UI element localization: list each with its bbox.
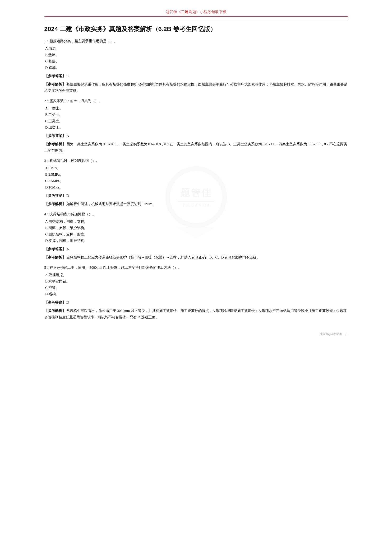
question-3-option-a: A.5MPa。 [45, 165, 348, 171]
question-2-option-a: A.一类土。 [45, 105, 348, 112]
question-5-option-a: A.浅埋暗挖。 [45, 272, 348, 278]
question-4-answer-value: A [66, 247, 69, 251]
question-5-answer: 【参考答案】 D [44, 299, 348, 306]
question-2-answer: 【参考答案】 B [44, 133, 348, 139]
question-2-analysis-text: 因为一类土坚实系数为 0.5～0.6，二类土坚实系数为 0.6～0.8，0.7 … [44, 142, 347, 152]
question-4-option-a: A.围护结构，围檩，支撑。 [45, 218, 348, 225]
question-1-option-c: C.基层。 [45, 58, 348, 65]
question-3-option-d: D.10MPa。 [45, 184, 348, 191]
question-3-analysis-label: 【参考解析】 [44, 202, 66, 206]
question-2: 2：坚实系数 0.7 的土，归类为（）。 A.一类土。 B.二类土。 C.三类土… [44, 98, 348, 154]
question-4-option-b: B.围檩，支撑，维护结构。 [45, 225, 348, 231]
question-5-option-b: B.水平定向钻。 [45, 278, 348, 285]
question-5-option-d: D.盾构。 [45, 291, 348, 297]
question-5-option-c: C.夯管。 [45, 285, 348, 291]
question-3-answer-label: 【参考答案】 [44, 194, 66, 197]
question-1-analysis-block: 【参考解析】 基层主要起承重作用，应具有足够的强度和扩散荷载的能力并具有足够的水… [44, 81, 348, 94]
page-number: 1 [346, 332, 348, 336]
question-4-option-c: C.围护结构，支撑，围檩。 [45, 231, 348, 238]
question-1: 1：根据道路分类，起主要承重作用的是（）。 A.面层。 B.垫层。 C.基层。 … [44, 38, 348, 94]
question-3-option-c: C.7.5MPa。 [45, 178, 348, 184]
header-divider [44, 19, 348, 19]
question-5-analysis-text: 从表格中可以看出，盾构适用于 3000mm 以上管径，且具有施工速度快、施工距离… [44, 309, 347, 319]
question-1-option-b: B.垫层。 [45, 52, 348, 58]
question-4-answer-label: 【参考答案】 [44, 247, 66, 251]
question-2-analysis-block: 【参考解析】 因为一类土坚实系数为 0.5～0.6，二类土坚实系数为 0.6～0… [44, 141, 348, 154]
question-2-option-d: D.四类土。 [45, 124, 348, 131]
question-4-analysis-label: 【参考解析】 [44, 256, 66, 259]
question-3-analysis-text: 如解析中所述，机械凿毛时要求混凝土强度达到 10MPa。 [66, 202, 156, 206]
questions-container: 1：根据道路分类，起主要承重作用的是（）。 A.面层。 B.垫层。 C.基层。 … [44, 38, 348, 321]
question-3-answer: 【参考答案】 D [44, 192, 348, 199]
question-3-analysis-block: 【参考解析】 如解析中所述，机械凿毛时要求混凝土强度达到 10MPa。 [44, 201, 348, 207]
question-5-answer-value: D [66, 300, 69, 304]
question-4-option-d: D.支撑，围檩，围护结构。 [45, 238, 348, 244]
question-3: 3：机械凿毛时，砼强度达到（）。 A.5MPa。 B.2.5MPa。 C.7.5… [44, 158, 348, 207]
question-2-text: 2：坚实系数 0.7 的土，归类为（）。 [44, 98, 348, 104]
question-1-analysis-text: 基层主要起承重作用，应具有足够的强度和扩散荷载的能力并具有足够的水稳定性；面层主… [44, 82, 348, 93]
question-4-answer: 【参考答案】 A [44, 246, 348, 252]
question-1-option-d: D.路基。 [45, 65, 348, 71]
question-5-answer-label: 【参考答案】 [44, 300, 66, 304]
question-4-analysis-block: 【参考解析】 支撑结构挡土的应力传递路径就是围护（桩）墙→围檩（冠梁）→支撑，所… [44, 254, 348, 261]
question-1-analysis-label: 【参考解析】 [44, 82, 66, 86]
question-2-option-c: C.三类土。 [45, 118, 348, 124]
question-2-analysis-label: 【参考解析】 [44, 142, 66, 146]
header-section: 题管佳《二建刷题》小程序领取下载 [44, 9, 348, 17]
question-3-text: 3：机械凿毛时，砼强度达到（）。 [44, 158, 348, 164]
question-5-text: 5：在不开槽施工中，适用于 3000mm 以上管道，施工速度快且距离长的施工方法… [44, 264, 348, 271]
footer: 搜狐号@国货品鉴 1 [320, 332, 348, 336]
question-5-analysis-block: 【参考解析】 从表格中可以看出，盾构适用于 3000mm 以上管径，且具有施工速… [44, 308, 348, 321]
footer-source-text: 搜狐号@国货品鉴 [320, 332, 342, 336]
question-2-answer-value: B [66, 134, 69, 138]
question-1-answer-value: C [66, 74, 69, 78]
question-4-analysis-text: 支撑结构挡土的应力传递路径就是围护（桩）墙→围檩（冠梁）→支撑，所以 A 选项正… [66, 256, 260, 259]
question-5: 5：在不开槽施工中，适用于 3000mm 以上管道，施工速度快且距离长的施工方法… [44, 264, 348, 321]
question-3-option-b: B.2.5MPa。 [45, 171, 348, 178]
main-title: 2024 二建《市政实务》真题及答案解析（6.2B 卷考生回忆版） [44, 25, 348, 33]
question-3-answer-value: D [66, 194, 69, 197]
header-link-text[interactable]: 题管佳《二建刷题》小程序领取下载 [166, 10, 227, 14]
question-4: 4：支撑结构应力传递路径（）。 A.围护结构，围檩，支撑。 B.围檩，支撑，维护… [44, 211, 348, 261]
question-1-text: 1：根据道路分类，起主要承重作用的是（）。 [44, 38, 348, 44]
question-2-option-b: B.二类土。 [45, 112, 348, 118]
question-4-text: 4：支撑结构应力传递路径（）。 [44, 211, 348, 218]
question-1-answer: 【参考答案】 C [44, 73, 348, 79]
question-2-answer-label: 【参考答案】 [44, 134, 66, 138]
question-1-answer-label: 【参考答案】 [44, 74, 66, 78]
question-1-option-a: A.面层。 [45, 45, 348, 52]
page-container: 题管佳《二建刷题》小程序领取下载 2024 二建《市政实务》真题及答案解析（6.… [25, 0, 367, 343]
question-5-analysis-label: 【参考解析】 [44, 309, 66, 313]
